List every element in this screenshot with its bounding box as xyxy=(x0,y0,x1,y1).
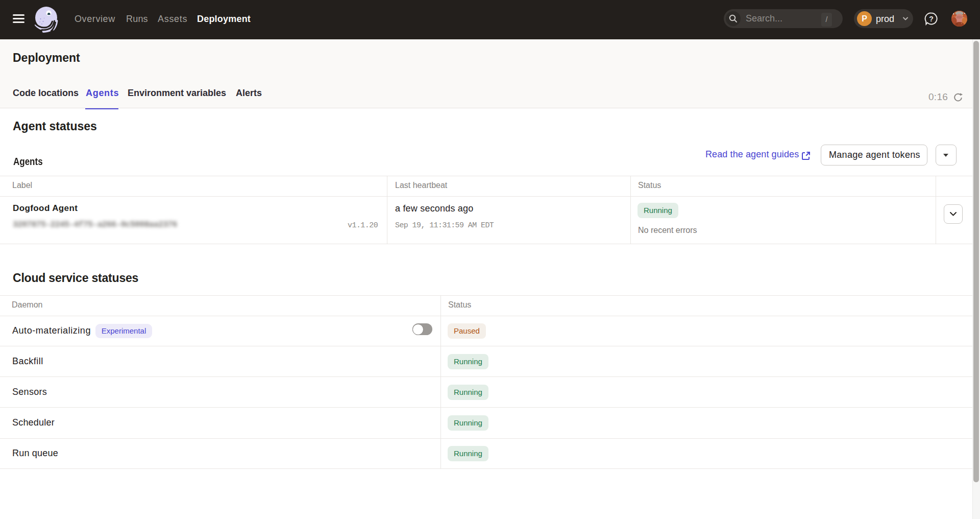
svg-text:?: ? xyxy=(929,15,934,23)
